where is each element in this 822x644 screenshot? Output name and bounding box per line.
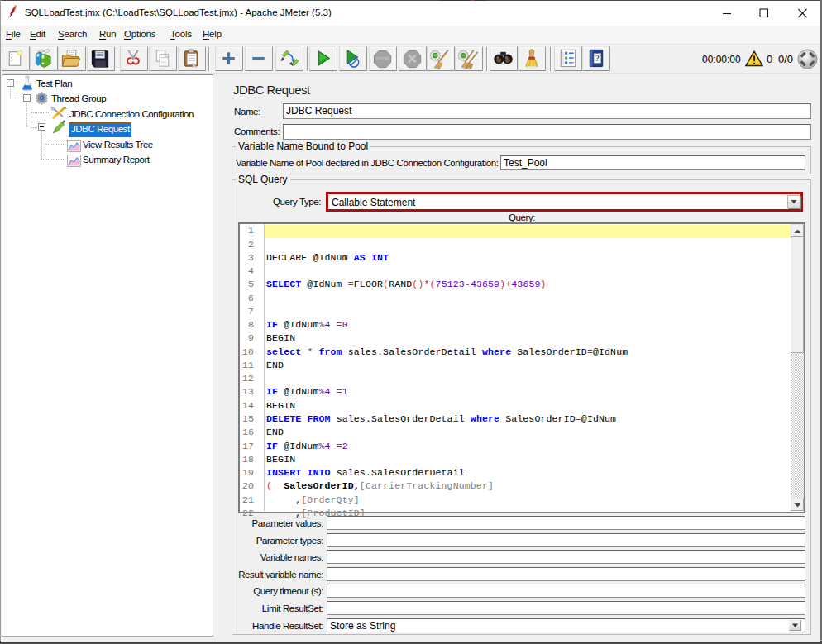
svg-text:STOP: STOP [375,56,389,61]
svg-text:?: ? [595,54,600,63]
